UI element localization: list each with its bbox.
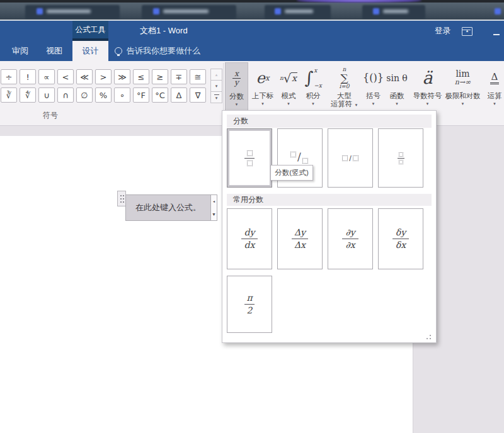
section-header-fraction: 分数: [227, 115, 432, 128]
fraction-button[interactable]: xy 分数 ▼: [225, 62, 248, 114]
common-fraction-deltaydeltax[interactable]: ΔyΔx: [277, 208, 323, 269]
bracket-button[interactable]: {()} 括号 ▼: [362, 62, 384, 114]
integral-button[interactable]: ∫ x−x 积分 ▼: [300, 62, 326, 114]
equation-placeholder[interactable]: 在此处键入公式。: [125, 194, 211, 221]
symbol-button[interactable]: ÷: [1, 69, 17, 84]
common-fraction-pi-over-2[interactable]: π2: [227, 276, 272, 333]
browser-topline: [0, 0, 504, 3]
symbol-button[interactable]: ∩: [57, 87, 74, 103]
dropdown-arrow-icon: ▼: [372, 101, 375, 107]
large-operator-button[interactable]: n ∑ i=0 大型 运算符 ▼: [326, 62, 362, 114]
tab-favicon: [373, 8, 379, 14]
symbol-button[interactable]: ∇: [190, 87, 206, 103]
title-bar: 文档1 - Word 公式工具 登录 ▴: [0, 21, 504, 41]
tab-favicon: [495, 8, 501, 14]
tab-favicon: [275, 8, 281, 14]
symbol-button[interactable]: ∛: [1, 87, 17, 103]
symbol-button[interactable]: ≫: [114, 69, 130, 84]
scroll-up-icon[interactable]: ▴: [210, 69, 222, 81]
symbol-button[interactable]: ∜: [20, 87, 36, 103]
dropdown-arrow-icon: ▼: [461, 101, 465, 107]
symbol-button[interactable]: ∪: [38, 87, 55, 103]
script-icon: ex: [256, 64, 270, 92]
delta-small-icon: δyδx: [392, 228, 409, 250]
pi-over-2-icon: π2: [244, 293, 255, 315]
tell-me-label: 告诉我你想要做什么: [127, 45, 200, 57]
operator-icon: Δ: [490, 64, 500, 92]
integral-icon: ∫ x−x: [304, 64, 322, 92]
tab-title-blur: [163, 9, 209, 13]
template-small-fraction[interactable]: [378, 128, 423, 188]
tab-title-blur: [285, 9, 313, 13]
dropdown-arrow-icon: ▼: [212, 212, 216, 216]
skewed-fraction-icon: ∕: [289, 150, 311, 166]
tab-view[interactable]: 视图: [38, 41, 71, 61]
group-divider: [223, 63, 224, 110]
symbol-button[interactable]: ∓: [171, 69, 187, 84]
large-operator-icon: n ∑ i=0: [339, 64, 349, 92]
script-button[interactable]: ex 上下标 ▼: [248, 62, 277, 114]
common-fraction-partial[interactable]: ∂y∂x: [328, 208, 373, 269]
lightbulb-icon: [115, 47, 122, 55]
symbols-row-1: ÷ ! ∝ < ≪ > ≫ ≤ ≥ ∓ ≅: [1, 69, 206, 84]
symbol-button[interactable]: ≥: [152, 69, 168, 84]
sign-in-button[interactable]: 登录: [430, 21, 455, 41]
structures-group: xy 分数 ▼ ex 上下标 ▼ n√x 根式 ▼ ∫ x−x 积分 ▼: [225, 62, 504, 114]
symbol-button[interactable]: !: [20, 69, 36, 84]
linear-fraction-icon: /: [342, 154, 358, 163]
symbols-group-label: 符号: [0, 110, 101, 121]
dropdown-arrow-icon: ▼: [311, 101, 315, 107]
contextual-tab-header: 公式工具: [72, 21, 108, 41]
resize-grip-icon[interactable]: [430, 335, 431, 336]
function-icon: sin θ: [386, 64, 408, 92]
radical-button[interactable]: n√x 根式 ▼: [277, 62, 300, 114]
ribbon-tab-row: 审阅 视图 设计 告诉我你想要做什么: [0, 41, 504, 61]
tab-title-blur: [47, 9, 91, 13]
tab-review[interactable]: 审阅: [3, 41, 38, 61]
limit-button[interactable]: limn→∞ 极限和对数 ▼: [445, 62, 480, 114]
minimize-icon[interactable]: [493, 34, 500, 35]
equation-dropdown-strip[interactable]: ◂ ▼: [210, 194, 217, 221]
dropdown-arrow-icon: ▼: [235, 102, 239, 108]
symbol-button[interactable]: °F: [133, 87, 149, 103]
dropdown-arrow-icon: ▼: [395, 101, 399, 107]
partial-y-partial-x-icon: ∂y∂x: [342, 228, 358, 250]
left-marker-icon: ◂: [213, 199, 215, 203]
symbol-button[interactable]: °C: [152, 87, 168, 103]
tab-title-blur: [383, 9, 408, 13]
small-fraction-icon: [398, 152, 404, 164]
delta-y-delta-x-icon: ΔyΔx: [292, 228, 308, 250]
stacked-fraction-icon: [244, 150, 255, 166]
drag-dots-icon: [120, 195, 122, 196]
template-stacked-fraction[interactable]: [227, 128, 272, 188]
browser-taskbar: [0, 0, 504, 21]
symbol-button[interactable]: ≤: [133, 69, 149, 84]
symbol-button[interactable]: ∝: [38, 69, 55, 84]
symbol-button[interactable]: ≅: [190, 69, 206, 84]
common-fraction-dydx[interactable]: dydx: [227, 208, 272, 269]
tell-me-box[interactable]: 告诉我你想要做什么: [115, 41, 200, 61]
symbol-button[interactable]: ∅: [76, 87, 93, 103]
function-button[interactable]: sin θ 函数 ▼: [384, 62, 410, 114]
accent-button[interactable]: ä 导数符号 ▼: [410, 62, 445, 114]
scroll-down-icon[interactable]: ▾: [210, 80, 222, 92]
operator-button[interactable]: Δ 运算 ▼: [480, 62, 504, 114]
dydx-icon: dydx: [241, 228, 258, 250]
symbol-button[interactable]: Δ: [171, 87, 187, 103]
tab-favicon: [37, 8, 43, 14]
section-header-common: 常用分数: [227, 194, 432, 206]
ribbon-display-options-icon[interactable]: ▴: [462, 27, 472, 36]
tooltip: 分数(竖式): [270, 165, 313, 181]
dropdown-arrow-icon: ▼: [287, 101, 290, 107]
symbol-button[interactable]: ≪: [76, 69, 93, 84]
template-linear-fraction[interactable]: /: [328, 128, 373, 188]
common-fraction-smalldelta[interactable]: δyδx: [378, 208, 423, 269]
equation-handle[interactable]: [117, 191, 126, 206]
scroll-more-icon[interactable]: ▾: [210, 91, 222, 103]
symbol-button[interactable]: %: [95, 87, 112, 103]
symbol-button[interactable]: <: [57, 69, 74, 84]
dropdown-arrow-icon: ▼: [354, 103, 358, 107]
tab-design[interactable]: 设计: [72, 41, 108, 61]
symbol-button[interactable]: ∘: [114, 87, 130, 103]
symbol-button[interactable]: >: [95, 69, 112, 84]
